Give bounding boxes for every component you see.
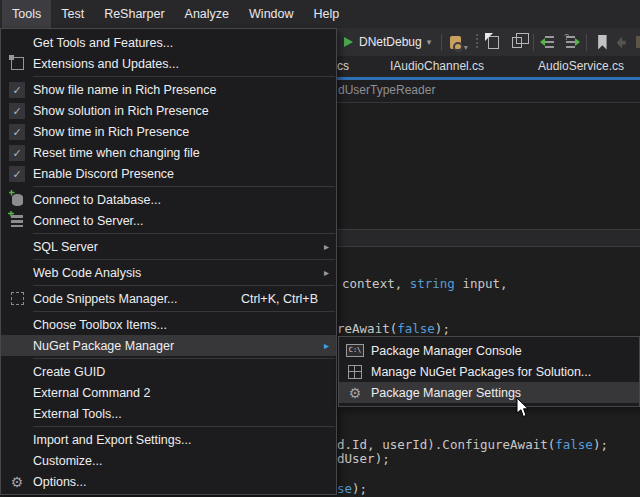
tools-menu-popup: Get Tools and Features...Extensions and … <box>0 28 337 495</box>
menubar-item-tools[interactable]: Tools <box>2 0 51 28</box>
menubar-item-window[interactable]: Window <box>239 0 303 28</box>
clipped-edge-icon[interactable] <box>636 36 640 48</box>
menu-item-label: Package Manager Settings <box>371 386 639 400</box>
code-token-keyword: string <box>410 276 455 291</box>
menu-item-icon-cell <box>339 365 371 379</box>
menu-item-external-tools[interactable]: External Tools... <box>1 403 336 424</box>
code-line: context, string input, <box>342 277 508 291</box>
submenu-arrow-icon <box>324 241 329 252</box>
menu-item-shortcut: Ctrl+K, Ctrl+B <box>241 292 318 306</box>
code-token: d.Id, userId).ConfigureAwait( <box>337 437 555 452</box>
menu-item-get-tools-and-features[interactable]: Get Tools and Features... <box>1 32 336 53</box>
document-tab-cs[interactable]: cs <box>337 59 349 73</box>
snippets-icon <box>11 292 24 305</box>
code-token: dUser); <box>337 451 390 466</box>
menu-separator <box>33 259 335 260</box>
navigate-frame-icon[interactable] <box>488 36 499 49</box>
code-token: reAwait( <box>337 321 397 336</box>
indent-lines-icon[interactable] <box>566 36 575 48</box>
code-token: context, <box>342 276 410 291</box>
copy-frame-icon[interactable] <box>512 37 522 48</box>
menu-item-icon-cell: C:\ <box>339 344 371 357</box>
menu-item-package-manager-console[interactable]: C:\Package Manager Console <box>339 340 639 361</box>
menu-item-web-code-analysis[interactable]: Web Code Analysis <box>1 262 336 283</box>
menu-item-options[interactable]: Options... <box>1 471 336 492</box>
menu-item-manage-nuget-packages-for-solution[interactable]: Manage NuGet Packages for Solution... <box>339 361 639 382</box>
menu-item-label: Connect to Server... <box>33 214 336 228</box>
menu-item-connect-to-server[interactable]: Connect to Server... <box>1 210 336 231</box>
next-bookmark-icon[interactable] <box>617 36 626 49</box>
menu-item-icon-cell <box>1 194 33 206</box>
menu-item-import-and-export-settings[interactable]: Import and Export Settings... <box>1 429 336 450</box>
menu-item-code-snippets-manager[interactable]: Code Snippets Manager...Ctrl+K, Ctrl+B <box>1 288 336 309</box>
code-line: reAwait(false); <box>337 322 450 336</box>
submenu-arrow-icon <box>324 340 329 351</box>
menu-separator <box>33 186 335 187</box>
bookmark-icon[interactable] <box>598 35 606 50</box>
console-icon: C:\ <box>346 344 364 357</box>
document-tab-audioservice-cs[interactable]: AudioService.cs <box>538 59 624 73</box>
menu-item-extensions-and-updates[interactable]: Extensions and Updates... <box>1 53 336 74</box>
menu-item-icon-cell <box>1 57 33 70</box>
menu-item-label: NuGet Package Manager <box>33 339 336 353</box>
code-line: d.Id, userId).ConfigureAwait(false); <box>337 438 608 452</box>
code-token-keyword: se <box>337 481 352 496</box>
menu-item-connect-to-database[interactable]: Connect to Database... <box>1 189 336 210</box>
menu-item-reset-time-when-changing-file[interactable]: Reset time when changing file <box>1 142 336 163</box>
dropdown-arrow-icon[interactable] <box>427 37 432 47</box>
menu-separator <box>33 358 335 359</box>
find-in-files-icon[interactable] <box>450 36 461 49</box>
menu-item-package-manager-settings[interactable]: Package Manager Settings <box>339 382 639 403</box>
menubar-item-resharper[interactable]: ReSharper <box>94 0 174 28</box>
menu-item-label: Choose Toolbox Items... <box>33 318 336 332</box>
navigation-type-label[interactable]: dUserTypeReader <box>338 83 435 97</box>
toolbar-separator <box>586 34 587 51</box>
menu-item-external-command-2[interactable]: External Command 2 <box>1 382 336 403</box>
menu-item-label: External Command 2 <box>33 386 336 400</box>
menu-item-label: Enable Discord Presence <box>33 167 336 181</box>
menubar-item-test[interactable]: Test <box>51 0 94 28</box>
menu-item-label: Create GUID <box>33 365 336 379</box>
menu-item-label: Manage NuGet Packages for Solution... <box>371 365 639 379</box>
checkmark-icon <box>9 82 25 98</box>
unindent-lines-icon[interactable] <box>545 36 554 48</box>
menu-item-label: Options... <box>33 475 336 489</box>
run-configuration-label[interactable]: DNetDebug <box>359 35 422 49</box>
nuget-submenu-popup: C:\Package Manager ConsoleManage NuGet P… <box>338 336 640 407</box>
find-dropdown-icon[interactable] <box>464 43 468 52</box>
menu-item-label: Web Code Analysis <box>33 266 336 280</box>
checkmark-icon <box>9 145 25 161</box>
code-token: input, <box>455 276 508 291</box>
menu-item-nuget-package-manager[interactable]: NuGet Package Manager <box>1 335 336 356</box>
grip-dots-icon[interactable] <box>476 34 478 50</box>
menu-item-show-solution-in-rich-presence[interactable]: Show solution in Rich Presence <box>1 100 336 121</box>
menu-item-icon-cell <box>1 475 33 489</box>
menu-separator <box>33 311 335 312</box>
menu-separator <box>33 426 335 427</box>
menubar-item-analyze[interactable]: Analyze <box>175 0 239 28</box>
menu-separator <box>33 233 335 234</box>
menu-item-label: Show solution in Rich Presence <box>33 104 336 118</box>
gear-icon <box>349 386 362 400</box>
menubar-item-help[interactable]: Help <box>304 0 350 28</box>
menu-item-show-time-in-rich-presence[interactable]: Show time in Rich Presence <box>1 121 336 142</box>
document-tab-iaudiochannel-cs[interactable]: IAudioChannel.cs <box>390 59 484 73</box>
code-token: ); <box>435 321 450 336</box>
database-icon <box>12 194 23 206</box>
menu-item-label: Reset time when changing file <box>33 146 336 160</box>
menu-item-create-guid[interactable]: Create GUID <box>1 361 336 382</box>
menu-item-label: Extensions and Updates... <box>33 57 336 71</box>
menu-item-sql-server[interactable]: SQL Server <box>1 236 336 257</box>
extensions-icon <box>11 57 24 70</box>
menu-item-customize[interactable]: Customize... <box>1 450 336 471</box>
menu-item-choose-toolbox-items[interactable]: Choose Toolbox Items... <box>1 314 336 335</box>
menu-item-icon-cell <box>1 124 33 140</box>
run-play-icon[interactable] <box>344 37 353 47</box>
submenu-arrow-icon <box>324 267 329 278</box>
toolbar-separator <box>533 34 534 51</box>
menu-item-label: Show time in Rich Presence <box>33 125 336 139</box>
gear-icon <box>11 475 24 489</box>
menu-item-icon-cell <box>1 215 33 227</box>
menu-item-show-file-name-in-rich-presence[interactable]: Show file name in Rich Presence <box>1 79 336 100</box>
menu-item-enable-discord-presence[interactable]: Enable Discord Presence <box>1 163 336 184</box>
